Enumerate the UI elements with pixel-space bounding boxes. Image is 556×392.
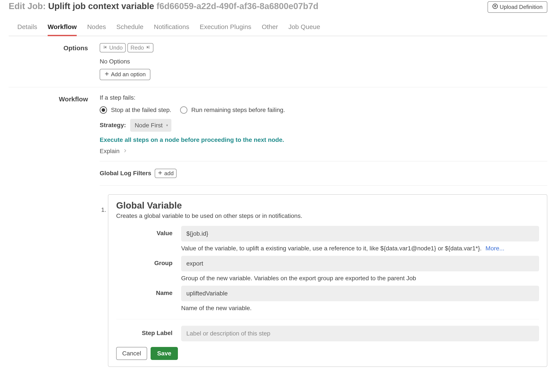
workflow-section-label: Workflow: [9, 94, 100, 367]
more-link[interactable]: More...: [486, 245, 504, 252]
radio-stop-label: Stop at the failed step.: [111, 106, 171, 113]
explain-toggle[interactable]: Explain: [100, 148, 547, 155]
name-help: Name of the new variable.: [181, 305, 539, 312]
tab-other[interactable]: Other: [262, 23, 278, 36]
step-forward-icon: [146, 44, 150, 51]
radio-run-remaining[interactable]: Run remaining steps before failing.: [180, 106, 285, 114]
divider: [116, 319, 539, 319]
save-button[interactable]: Save: [151, 347, 178, 360]
radio-checked-icon: [100, 106, 107, 114]
tab-workflow[interactable]: Workflow: [48, 23, 77, 36]
undo-label: Undo: [109, 44, 123, 51]
group-label: Group: [116, 256, 181, 267]
value-input[interactable]: [181, 226, 539, 241]
value-help-text: Value of the variable, to uplift a exist…: [181, 245, 482, 252]
step-title: Global Variable: [116, 200, 539, 211]
plus-icon: [158, 170, 162, 177]
upload-definition-label: Upload Definition: [500, 4, 543, 10]
add-log-filter-button[interactable]: add: [155, 169, 177, 178]
name-input[interactable]: [181, 286, 539, 301]
strategy-label: Strategy:: [100, 122, 126, 129]
chevron-right-icon: [123, 148, 127, 155]
tab-job-queue[interactable]: Job Queue: [288, 23, 320, 36]
name-label: Name: [116, 286, 181, 296]
options-section-label: Options: [9, 43, 100, 80]
upload-definition-button[interactable]: Upload Definition: [487, 1, 547, 13]
divider: [100, 161, 547, 161]
tab-execution-plugins[interactable]: Execution Plugins: [200, 23, 251, 36]
add-option-label: Add an option: [111, 71, 146, 78]
redo-label: Redo: [131, 44, 144, 51]
cancel-button[interactable]: Cancel: [116, 347, 147, 360]
group-help: Group of the new variable. Variables on …: [181, 275, 539, 282]
page-title-uuid: f6d66059-a22d-490f-af36-8a6800e07b7d: [156, 1, 318, 11]
tab-nodes[interactable]: Nodes: [87, 23, 106, 36]
fail-prompt: If a step fails:: [100, 94, 547, 101]
step-card: Global Variable Creates a global variabl…: [108, 194, 547, 367]
group-input[interactable]: [181, 256, 539, 271]
step-index: 1.: [100, 194, 106, 367]
page-title: Edit Job: Uplift job context variable f6…: [9, 1, 318, 11]
no-options-text: No Options: [100, 58, 547, 65]
add-option-button[interactable]: Add an option: [100, 69, 150, 80]
step-back-icon: [103, 44, 108, 51]
tab-notifications[interactable]: Notifications: [154, 23, 189, 36]
redo-button[interactable]: Redo: [127, 43, 154, 53]
strategy-hint: Execute all steps on a node before proce…: [100, 136, 547, 143]
tabs: Details Workflow Nodes Schedule Notifica…: [9, 18, 547, 36]
value-help: Value of the variable, to uplift a exist…: [181, 245, 539, 252]
radio-stop-at-failed[interactable]: Stop at the failed step.: [100, 106, 171, 114]
page-title-main: Uplift job context variable: [48, 1, 154, 11]
undo-button[interactable]: Undo: [100, 43, 126, 53]
step-label-label: Step Label: [116, 326, 181, 337]
upload-icon: [492, 3, 498, 11]
step-description: Creates a global variable to be used on …: [116, 212, 539, 219]
page-title-prefix: Edit Job:: [9, 1, 46, 11]
tab-details[interactable]: Details: [17, 23, 37, 36]
explain-label: Explain: [100, 148, 120, 155]
radio-continue-label: Run remaining steps before failing.: [191, 106, 285, 113]
strategy-select[interactable]: Node First: [130, 119, 171, 132]
step-label-input[interactable]: [181, 326, 539, 341]
tab-schedule[interactable]: Schedule: [116, 23, 143, 36]
add-log-filter-label: add: [164, 170, 174, 177]
log-filters-label: Global Log Filters: [100, 170, 151, 177]
plus-icon: [104, 71, 109, 78]
radio-unchecked-icon: [180, 106, 187, 114]
value-label: Value: [116, 226, 181, 237]
